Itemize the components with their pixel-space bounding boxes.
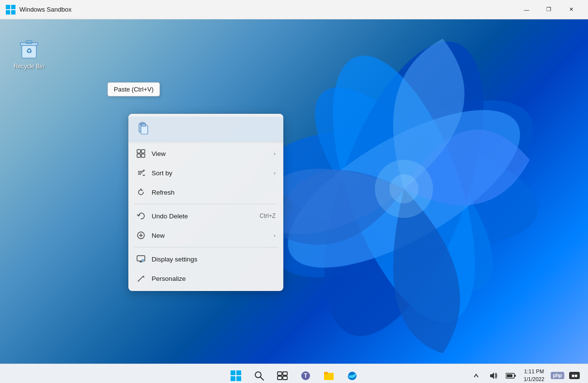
- svg-point-11: [389, 174, 418, 203]
- svg-marker-52: [490, 372, 494, 379]
- svg-rect-40: [231, 376, 235, 381]
- display-settings-icon: [136, 254, 146, 264]
- svg-rect-54: [507, 374, 512, 377]
- undo-delete-shortcut: Ctrl+Z: [260, 213, 276, 219]
- svg-rect-21: [141, 150, 145, 153]
- svg-point-34: [142, 260, 143, 261]
- paste-tooltip-text: Paste (Ctrl+V): [114, 86, 154, 93]
- taskbar-clock[interactable]: 1:11 PM 1/1/2022: [521, 367, 547, 383]
- refresh-label: Refresh: [152, 189, 276, 196]
- refresh-icon: [136, 187, 146, 197]
- new-icon: [136, 230, 146, 240]
- start-button[interactable]: [225, 365, 247, 383]
- extra-badge[interactable]: ■■: [567, 368, 582, 383]
- svg-rect-55: [514, 375, 516, 377]
- menu-divider-3: [134, 247, 278, 247]
- svg-rect-46: [278, 376, 282, 380]
- paste-menu-item[interactable]: [128, 117, 283, 141]
- display-settings-label: Display settings: [152, 256, 276, 263]
- dark-label: ■■: [569, 372, 580, 379]
- titlebar: Windows Sandbox — ❐ ✕: [0, 0, 588, 19]
- svg-rect-23: [141, 154, 145, 157]
- svg-rect-38: [231, 370, 235, 375]
- personalize-icon: [136, 274, 146, 283]
- taskbar: T: [0, 364, 588, 383]
- menu-item-new[interactable]: New ›: [128, 226, 283, 245]
- clock-time: 1:11 PM: [524, 368, 544, 375]
- volume-icon[interactable]: [486, 368, 501, 383]
- file-explorer-button[interactable]: [318, 365, 340, 383]
- svg-rect-22: [137, 154, 140, 157]
- search-taskbar-button[interactable]: [248, 365, 270, 383]
- svg-rect-13: [20, 43, 38, 46]
- svg-rect-0: [6, 5, 10, 9]
- chat-button[interactable]: T: [295, 365, 316, 383]
- svg-rect-47: [283, 376, 287, 380]
- recycle-bin-label: Recycle Bin: [14, 63, 44, 70]
- close-button[interactable]: ✕: [560, 0, 582, 19]
- task-view-button[interactable]: [272, 365, 293, 383]
- svg-rect-3: [11, 10, 15, 15]
- svg-rect-39: [236, 370, 241, 375]
- taskbar-system-tray: 1:11 PM 1/1/2022 php ■■: [468, 367, 582, 383]
- desktop[interactable]: ♻ Recycle Bin Paste (Ctrl+V): [0, 19, 588, 364]
- view-icon: [136, 149, 146, 158]
- menu-item-undo-delete[interactable]: Undo Delete Ctrl+Z: [128, 206, 283, 226]
- context-menu: View › Sort by ›: [128, 114, 283, 291]
- menu-item-refresh[interactable]: Refresh: [128, 183, 283, 202]
- minimize-button[interactable]: —: [515, 0, 538, 19]
- menu-item-display-settings[interactable]: Display settings: [128, 249, 283, 269]
- php-badge-icon[interactable]: php: [549, 368, 565, 383]
- view-arrow: ›: [274, 151, 276, 156]
- paste-tooltip: Paste (Ctrl+V): [108, 82, 160, 96]
- menu-item-view[interactable]: View ›: [128, 144, 283, 163]
- svg-marker-36: [143, 276, 144, 277]
- sort-by-label: Sort by: [152, 169, 268, 177]
- taskbar-center: T: [225, 365, 363, 383]
- new-arrow: ›: [274, 232, 276, 238]
- paste-icon: [134, 120, 152, 137]
- svg-rect-41: [236, 376, 241, 381]
- maximize-button[interactable]: ❐: [538, 0, 560, 19]
- clock-date: 1/1/2022: [524, 376, 544, 383]
- new-label: New: [152, 232, 268, 239]
- menu-divider-1: [128, 142, 283, 143]
- sort-by-arrow: ›: [274, 170, 276, 176]
- menu-item-sort-by[interactable]: Sort by ›: [128, 163, 283, 183]
- svg-rect-51: [324, 372, 328, 374]
- svg-rect-2: [6, 10, 10, 15]
- svg-rect-18: [141, 125, 148, 134]
- recycle-bin-icon[interactable]: ♻ Recycle Bin: [10, 34, 48, 72]
- undo-delete-label: Undo Delete: [152, 213, 254, 220]
- svg-text:T: T: [304, 372, 308, 379]
- window-title: Windows Sandbox: [19, 6, 515, 13]
- svg-rect-19: [142, 124, 146, 126]
- svg-rect-1: [11, 5, 15, 9]
- personalize-label: Personalize: [152, 275, 276, 282]
- menu-item-personalize[interactable]: Personalize: [128, 269, 283, 288]
- view-label: View: [152, 150, 268, 157]
- app-icon: [6, 5, 15, 15]
- edge-button[interactable]: [341, 365, 363, 383]
- menu-divider-2: [134, 204, 278, 204]
- svg-line-37: [138, 280, 139, 281]
- svg-rect-45: [283, 372, 287, 375]
- recycle-bin-image: ♻: [16, 36, 42, 61]
- svg-rect-44: [278, 372, 282, 375]
- sort-icon: [136, 168, 146, 178]
- battery-icon[interactable]: [503, 368, 519, 383]
- svg-text:♻: ♻: [26, 47, 32, 55]
- undo-icon: [136, 211, 146, 221]
- window-controls: — ❐ ✕: [515, 0, 582, 19]
- svg-rect-20: [137, 150, 140, 153]
- system-tray-overflow[interactable]: [468, 368, 484, 383]
- svg-line-43: [261, 377, 264, 380]
- php-label: php: [551, 372, 564, 379]
